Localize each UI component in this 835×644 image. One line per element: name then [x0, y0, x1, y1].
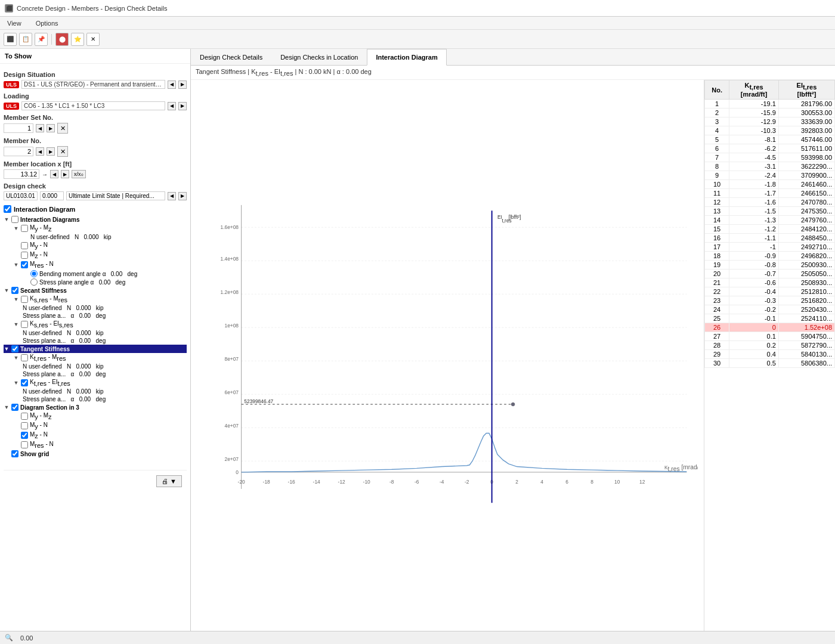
- tree-ds-my-n[interactable]: My - N: [4, 421, 187, 431]
- cb-ds-mz-n[interactable]: [21, 432, 28, 439]
- cb-tangent[interactable]: [11, 345, 18, 352]
- table-row[interactable]: 4-10.3392803.00: [705, 126, 835, 135]
- ms-freeze-btn[interactable]: ✕: [57, 123, 68, 134]
- tab-design-checks-location[interactable]: Design Checks in Location: [271, 49, 367, 65]
- table-row[interactable]: 9-2.43709900...: [705, 171, 835, 180]
- radio-bending[interactable]: [30, 270, 38, 277]
- table-row[interactable]: 2601.52e+08: [705, 323, 835, 332]
- interaction-diagram-row[interactable]: Interaction Diagram: [4, 205, 187, 213]
- tree-stress-angle[interactable]: Stress plane angle α 0.00 deg: [4, 278, 187, 286]
- menu-view[interactable]: View: [5, 18, 24, 28]
- cb-my-n[interactable]: [21, 242, 28, 249]
- cb-ks-eis[interactable]: [21, 321, 28, 328]
- cb-mz-n[interactable]: [21, 252, 28, 259]
- tree-kt-eit[interactable]: ▼ Kt,res - EIt,res: [4, 378, 187, 388]
- toolbar-btn-1[interactable]: ⬛: [4, 33, 17, 46]
- tab-interaction-diagram[interactable]: Interaction Diagram: [367, 49, 446, 66]
- table-row[interactable]: 11-1.72466150...: [705, 189, 835, 198]
- toolbar-btn-3[interactable]: 📌: [35, 33, 48, 46]
- tree-kt-n-user1[interactable]: N user-defined N 0.000 kip: [4, 363, 187, 370]
- print-button[interactable]: 🖨 ▼: [156, 475, 182, 487]
- tree-show-grid[interactable]: Show grid: [4, 450, 187, 458]
- design-situation-text[interactable]: DS1 - ULS (STR/GEO) - Permanent and tran…: [21, 80, 165, 89]
- interaction-diagram-checkbox[interactable]: [4, 205, 11, 213]
- table-row[interactable]: 14-1.32479760...: [705, 216, 835, 225]
- table-row[interactable]: 13-1.52475350...: [705, 207, 835, 216]
- cb-interaction-diagrams[interactable]: [11, 216, 18, 223]
- cb-ds-mres-n[interactable]: [21, 441, 28, 448]
- xlx0-btn[interactable]: x/x₀: [72, 170, 86, 178]
- tree-diagram-section[interactable]: ▼ Diagram Section in 3: [4, 403, 187, 411]
- table-row[interactable]: 280.25872790...: [705, 341, 835, 350]
- tree-kt-n-user2[interactable]: N user-defined N 0.000 kip: [4, 388, 187, 395]
- ds-next-btn[interactable]: ▶: [178, 80, 187, 89]
- tree-ks-stress1[interactable]: Stress plane a... α 0.00 deg: [4, 312, 187, 320]
- cb-ks-mres[interactable]: [21, 296, 28, 303]
- cb-my-mz[interactable]: [21, 225, 28, 232]
- table-row[interactable]: 3-12.9333639.00: [705, 117, 835, 126]
- table-row[interactable]: 18-0.92496820...: [705, 252, 835, 261]
- tree-ks-n-user1[interactable]: N user-defined N 0.000 kip: [4, 304, 187, 312]
- table-row[interactable]: 8-3.13622290...: [705, 162, 835, 171]
- tree-mz-n[interactable]: Mz - N: [4, 250, 187, 260]
- tree-ks-stress2[interactable]: Stress plane a... α 0.00 deg: [4, 337, 187, 345]
- menu-options[interactable]: Options: [33, 18, 61, 28]
- toolbar-btn-6[interactable]: ✕: [86, 33, 100, 46]
- tree-n-user-1[interactable]: N user-defined N 0.000 kip: [4, 233, 187, 241]
- table-row[interactable]: 24-0.22520430...: [705, 305, 835, 314]
- table-row[interactable]: 1-19.1281796.00: [705, 100, 835, 109]
- tab-design-check-details[interactable]: Design Check Details: [191, 49, 271, 65]
- tree-ds-mz-n[interactable]: Mz - N: [4, 431, 187, 440]
- ds-prev-btn[interactable]: ◀: [168, 80, 176, 89]
- table-row[interactable]: 10-1.82461460...: [705, 180, 835, 189]
- dc-next-btn[interactable]: ▶: [178, 192, 187, 200]
- dc-desc[interactable]: Ultimate Limit State | Required...: [66, 191, 165, 200]
- mn-prev-btn[interactable]: ◀: [36, 147, 44, 156]
- mn-next-btn[interactable]: ▶: [47, 147, 55, 156]
- tree-my-mz[interactable]: ▼ My - Mz: [4, 224, 187, 233]
- cb-kt-eit[interactable]: [21, 379, 28, 386]
- cb-mres-n[interactable]: [21, 261, 28, 268]
- tree-ks-n-user2[interactable]: N user-defined N 0.000 kip: [4, 329, 187, 337]
- ml-prev-btn[interactable]: ◀: [50, 170, 58, 178]
- cb-ds-my-n[interactable]: [21, 422, 28, 429]
- table-row[interactable]: 7-4.5593998.00: [705, 153, 835, 162]
- table-row[interactable]: 2-15.9300553.00: [705, 109, 835, 117]
- dc-code[interactable]: UL0103.01: [4, 191, 38, 200]
- cb-ds-my-mz[interactable]: [21, 413, 28, 420]
- tree-ks-eis[interactable]: ▼ Ks,res - EIs,res: [4, 320, 187, 329]
- member-no-input[interactable]: [4, 147, 33, 156]
- loading-next-btn[interactable]: ▶: [178, 102, 187, 110]
- tree-kt-stress2[interactable]: Stress plane a... α 0.00 deg: [4, 395, 187, 403]
- loading-text[interactable]: CO6 - 1.35 * LC1 + 1.50 * LC3: [21, 101, 165, 110]
- dc-prev-btn[interactable]: ◀: [168, 192, 176, 200]
- table-row[interactable]: 20-0.72505050...: [705, 270, 835, 278]
- dc-val[interactable]: 0.000: [40, 191, 64, 200]
- table-row[interactable]: 270.15904750...: [705, 332, 835, 341]
- table-row[interactable]: 15-1.22484120...: [705, 225, 835, 234]
- cb-kt-mres[interactable]: [21, 354, 28, 361]
- search-status[interactable]: 🔍: [5, 634, 13, 642]
- cb-show-grid[interactable]: [11, 450, 18, 457]
- table-row[interactable]: 22-0.42512810...: [705, 287, 835, 296]
- table-row[interactable]: 290.45840130...: [705, 350, 835, 359]
- table-row[interactable]: 300.55806380...: [705, 359, 835, 368]
- tree-my-n[interactable]: My - N: [4, 241, 187, 250]
- tree-kt-stress1[interactable]: Stress plane a... α 0.00 deg: [4, 370, 187, 378]
- ms-prev-btn[interactable]: ◀: [36, 124, 44, 132]
- radio-stress[interactable]: [30, 278, 38, 286]
- mn-freeze-btn[interactable]: ✕: [57, 146, 68, 157]
- tree-ds-mres-n[interactable]: Mres - N: [4, 440, 187, 450]
- table-row[interactable]: 5-8.1457446.00: [705, 135, 835, 144]
- table-row[interactable]: 19-0.82500930...: [705, 261, 835, 270]
- tree-ds-my-mz[interactable]: My - Mz: [4, 411, 187, 421]
- table-row[interactable]: 6-6.2517611.00: [705, 144, 835, 153]
- toolbar-btn-5[interactable]: ⭐: [71, 33, 84, 46]
- cb-diagram-section[interactable]: [11, 404, 18, 411]
- tree-tangent[interactable]: ▼ Tangent Stiffness: [4, 345, 187, 353]
- table-row[interactable]: 23-0.32516820...: [705, 296, 835, 305]
- ml-next-btn[interactable]: ▶: [61, 170, 69, 178]
- member-loc-input[interactable]: [4, 169, 39, 179]
- tree-secant[interactable]: ▼ Secant Stiffness: [4, 286, 187, 295]
- chart-area[interactable]: -20 -18 -16 -14 -12 -10 -8 -6 -4 -2 0 2 …: [191, 80, 704, 631]
